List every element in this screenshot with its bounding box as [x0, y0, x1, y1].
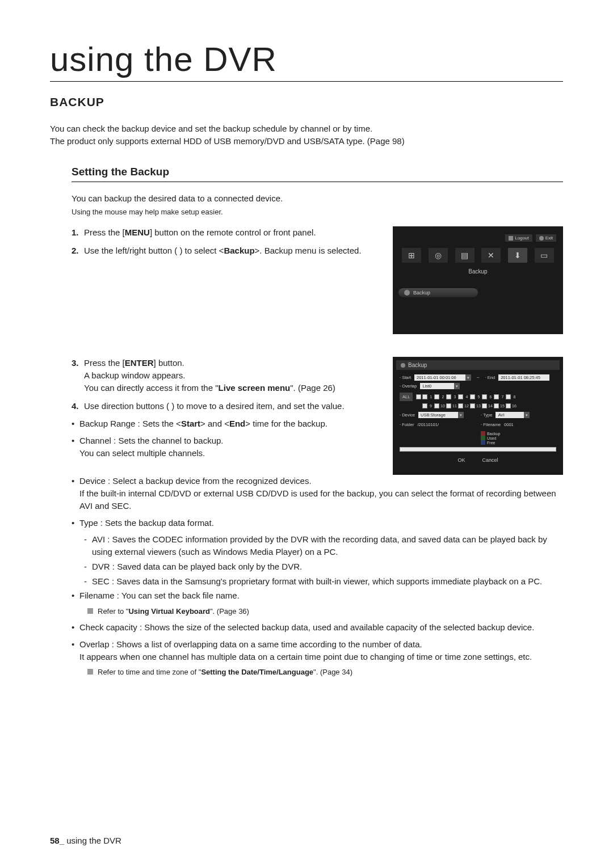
backup-heading: BACKUP	[50, 95, 563, 109]
step-num: 4.	[72, 400, 84, 412]
start-field[interactable]: 2011-01-01 00:01:06	[414, 374, 465, 381]
bullet-label: Device : Select a backup device from the…	[79, 476, 312, 486]
dropdown-icon[interactable]: ▾	[524, 412, 530, 418]
channel-checkbox[interactable]	[446, 394, 451, 399]
dash-item: -SEC : Saves data in the Samsung's propr…	[84, 575, 563, 588]
logout-icon	[509, 236, 513, 241]
intro-line: You can check the backup device and set …	[50, 123, 563, 135]
channel-num: 6	[488, 395, 493, 399]
t: ". (Page 26)	[290, 383, 335, 393]
bullet-label: Overlap : Shows a list of overlapping da…	[79, 639, 422, 649]
t: Backup Range : Sets the <	[79, 419, 181, 428]
dropdown-icon[interactable]: ▾	[454, 383, 460, 389]
menu-key: MENU	[125, 227, 150, 237]
channel-checkbox[interactable]	[458, 394, 463, 399]
ok-button[interactable]: OK	[457, 457, 465, 463]
step-num: 2.	[72, 245, 84, 257]
dialog-title: Backup	[396, 360, 560, 370]
channel-checkbox[interactable]	[506, 403, 511, 408]
step: 2. Use the left/right button ( ) to sele…	[72, 245, 383, 257]
device-field[interactable]: USB:Storage	[418, 412, 458, 418]
dropdown-icon[interactable]: ▾	[465, 374, 471, 381]
filename-label: · Filename	[481, 422, 501, 427]
note-icon	[87, 608, 93, 614]
bullet: •Device : Select a backup device from th…	[72, 475, 563, 512]
channel-num: 16	[512, 404, 517, 408]
menu-icon[interactable]: ✕	[481, 248, 501, 263]
all-button[interactable]: ALL	[400, 393, 413, 401]
note-icon	[87, 669, 93, 675]
channel-checkbox[interactable]	[422, 403, 427, 408]
end-field[interactable]: 2011-01-01 08:25:45	[498, 374, 549, 381]
t: > time for the backup.	[245, 419, 328, 428]
note-text: Refer to "Using Virtual Keyboard". (Page…	[98, 606, 249, 617]
overlap-label: · Overlap	[400, 384, 417, 389]
steps-block-2: 3. Press the [ENTER] button. A backup wi…	[72, 357, 383, 412]
t: You can directly access it from the "	[84, 383, 219, 393]
channel-checkbox[interactable]	[434, 403, 439, 408]
bullet-sub: It appears when one channel has multiple…	[79, 652, 532, 661]
channel-checkbox[interactable]	[482, 403, 487, 408]
backup-key: Backup	[224, 246, 254, 255]
bullet: •Overlap : Shows a list of overlapping d…	[72, 638, 563, 663]
step-num: 1.	[72, 226, 84, 239]
channel-checkbox[interactable]	[422, 394, 427, 399]
folder-value: /20110101/	[417, 422, 439, 427]
channel-checkbox[interactable]	[506, 394, 511, 399]
folder-label: · Folder	[400, 422, 414, 427]
legend-swatch	[481, 431, 485, 436]
t: DVR : Saved data can be played back only…	[92, 561, 302, 573]
lead-text: You can backup the desired data to a con…	[72, 192, 563, 205]
menu-label: Backup	[398, 268, 557, 275]
legend-swatch	[481, 436, 485, 440]
menu-icon[interactable]: ◎	[429, 248, 448, 263]
logout-button[interactable]: Logout	[505, 234, 532, 242]
exit-button[interactable]: Exit	[536, 234, 556, 242]
t: Use direction buttons ( ) to move to a d…	[84, 400, 345, 412]
channel-checkbox[interactable]	[470, 403, 475, 408]
channel-num: 9	[429, 404, 433, 408]
bullet: • Channel : Sets the channel to backup.Y…	[72, 435, 383, 460]
live-screen-menu: Live screen menu	[219, 383, 291, 393]
channel-num: 5	[476, 395, 481, 399]
channel-checkbox[interactable]	[446, 403, 451, 408]
legend-label: Free	[487, 441, 495, 445]
channel-checkbox[interactable]	[482, 394, 487, 399]
menu-icon-backup[interactable]: ⬇	[508, 248, 527, 263]
t: ] button.	[154, 358, 184, 368]
t: You can select multiple channels.	[79, 448, 205, 458]
screenshot-menu: Logout Exit ⊞ ◎ ▤ ✕ ⬇ ▭ Backup Backup	[393, 226, 563, 334]
step: 4. Use direction buttons ( ) to move to …	[72, 400, 383, 412]
t: >. Backup menu is selected.	[255, 246, 362, 255]
type-label: · Type	[481, 412, 492, 418]
legend-item: Used	[481, 436, 530, 440]
dropdown-icon[interactable]: ▾	[458, 412, 464, 418]
channel-checkbox[interactable]	[494, 394, 499, 399]
channel-checkbox[interactable]	[434, 394, 439, 399]
all-checkbox[interactable]	[416, 394, 421, 399]
footer-text: using the DVR	[64, 836, 121, 845]
channel-checkbox[interactable]	[458, 403, 463, 408]
channel-checkbox[interactable]	[470, 394, 475, 399]
note: Refer to time and time zone of "Setting …	[72, 667, 563, 677]
t: Press the [	[84, 358, 125, 368]
end-label: · End	[485, 375, 496, 380]
t: AVI : Saves the CODEC information provid…	[92, 533, 563, 558]
note: Refer to "Using Virtual Keyboard". (Page…	[72, 606, 563, 617]
submenu-bar[interactable]: Backup	[398, 288, 478, 297]
page-footer: 58_ using the DVR	[50, 836, 121, 845]
type-field[interactable]: AVI	[496, 412, 524, 418]
enter-key: ENTER	[125, 358, 154, 368]
menu-icon[interactable]: ▤	[455, 248, 475, 263]
overlap-field[interactable]: List0	[420, 383, 454, 389]
menu-icon[interactable]: ▭	[535, 248, 554, 263]
dash-list: -AVI : Saves the CODEC information provi…	[72, 533, 563, 587]
cancel-button[interactable]: Cancel	[482, 457, 498, 463]
legend: BackupUsedFree	[481, 431, 530, 445]
menu-icon[interactable]: ⊞	[402, 248, 421, 263]
legend-item: Backup	[481, 431, 530, 436]
legend-label: Used	[487, 436, 496, 440]
channel-checkbox[interactable]	[494, 403, 499, 408]
channel-num: 7	[500, 395, 505, 399]
legend-item: Free	[481, 440, 530, 445]
